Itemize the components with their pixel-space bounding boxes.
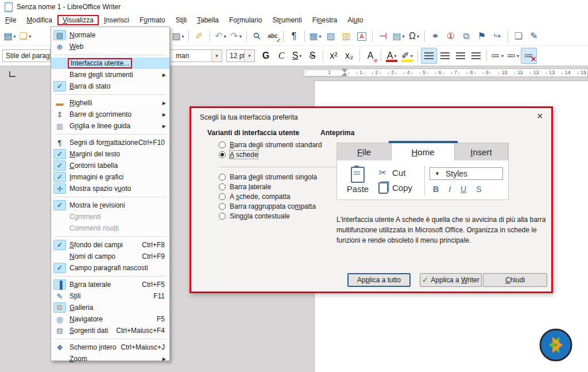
menu-item-righelli[interactable]: ▬Righelli▶: [51, 97, 169, 109]
dialog-button-applica-a-tutto[interactable]: Applica a tutto: [347, 273, 411, 287]
insert-field-button[interactable]: ▤▾: [391, 29, 406, 44]
menu-item-contorni-tabella[interactable]: ✓Contorni tabella: [51, 160, 169, 171]
menubar-item-stili[interactable]: Stili: [171, 15, 192, 25]
menu-item-galleria[interactable]: ⧉Galleria: [51, 302, 169, 313]
menu-item-sfondo-dei-campi[interactable]: ✓Sfondo dei campiCtrl+F8: [51, 239, 169, 251]
menubar-item-inserisci[interactable]: Inserisci: [99, 15, 134, 25]
radio-option-barra-raggruppata-compatta[interactable]: Barra raggruppata compatta: [219, 202, 316, 210]
font-size-dropdown-icon[interactable]: ▾: [244, 50, 254, 62]
insert-text-box-button[interactable]: A: [354, 29, 369, 44]
menu-item-margini-del-testo[interactable]: ✓Margini del testo: [51, 148, 169, 160]
menubar-item-finestra[interactable]: Finestra: [307, 15, 342, 25]
horizontal-ruler[interactable]: 1123456789101112131415: [303, 68, 588, 77]
clear-formatting-button[interactable]: A: [363, 48, 378, 63]
radio-button[interactable]: [219, 193, 226, 200]
radio-button[interactable]: [219, 183, 226, 190]
underline-dropdown-icon[interactable]: ▾: [299, 53, 301, 59]
track-changes-button[interactable]: ✎: [527, 29, 541, 44]
radio-option-barra-degli-strumenti-standard[interactable]: Barra degli strumenti standard: [219, 140, 322, 149]
ordered-list-button[interactable]: ≕▾: [505, 48, 520, 63]
menu-item-nomi-di-campo[interactable]: Nomi di campoCtrl+F9: [51, 251, 169, 262]
open-file-dropdown-icon[interactable]: ▾: [29, 34, 31, 39]
radio-button[interactable]: [219, 203, 226, 210]
menubar-item-tabella[interactable]: Tabella: [192, 15, 224, 25]
radio-option-barra-laterale[interactable]: Barra laterale: [219, 182, 271, 191]
find-and-replace-button[interactable]: ⚲: [250, 29, 265, 44]
paragraph-style-combo[interactable]: Stile del paragraf: [2, 49, 51, 62]
menubar-item-modifica[interactable]: Modifica: [21, 15, 57, 25]
menu-item-normale[interactable]: ▤Normale: [51, 29, 169, 41]
font-size-combo[interactable]: 12 pt ▾: [226, 49, 255, 62]
menu-item-mostra-le-revisioni[interactable]: ✓Mostra le revisioni: [51, 200, 169, 211]
new-document-button[interactable]: ▤▾: [2, 29, 17, 44]
align-right-button[interactable]: [453, 48, 468, 63]
insert-special-character-button[interactable]: Ω▾: [407, 29, 421, 44]
menu-item-barra-laterale[interactable]: ▐Barra lateraleCtrl+F5: [51, 279, 169, 290]
insert-table-dropdown-icon[interactable]: ▾: [319, 34, 322, 39]
font-color-button[interactable]: A▾: [384, 48, 399, 63]
insert-field-dropdown-icon[interactable]: ▾: [403, 34, 405, 39]
insert-comment-button[interactable]: ❏: [511, 29, 526, 44]
align-center-button[interactable]: [438, 48, 452, 63]
menubar-item-visualizza[interactable]: Visualizza: [57, 15, 99, 25]
menu-item-segni-di-formattazione[interactable]: ¶Segni di formattazioneCtrl+F10: [51, 137, 169, 148]
font-color-dropdown-icon[interactable]: ▾: [394, 53, 396, 59]
highlighting-color-dropdown-icon[interactable]: ▾: [411, 53, 413, 59]
insert-special-character-dropdown-icon[interactable]: ▾: [417, 34, 419, 39]
ordered-list-dropdown-icon[interactable]: ▾: [517, 53, 519, 59]
formatting-marks-button[interactable]: ¶: [287, 29, 301, 44]
menu-item-stili[interactable]: ✎StiliF11: [51, 290, 169, 302]
bold-button[interactable]: G: [258, 48, 273, 63]
radio-option-a-schede[interactable]: A schede: [219, 150, 258, 159]
menu-item-schermo-intero[interactable]: ❖Schermo interoCtrl+Maiusc+J: [51, 342, 169, 353]
dialog-button-applica-a-writer[interactable]: ✓Applica a Writer: [420, 273, 482, 287]
insert-chart-button[interactable]: ▥: [339, 29, 354, 44]
radio-option-barra-degli-strumenti-singola[interactable]: Barra degli strumenti singola: [219, 172, 317, 181]
radio-button[interactable]: [219, 174, 226, 181]
insert-bookmark-button[interactable]: ⚑: [474, 29, 489, 44]
unordered-list-button[interactable]: ≔▾: [490, 48, 505, 63]
redo-button[interactable]: ↷▾: [229, 29, 243, 44]
paste-button[interactable]: ▨▾: [171, 29, 185, 44]
undo-dropdown-icon[interactable]: ▾: [224, 34, 226, 39]
menu-item-campo-paragrafi-nascosti[interactable]: ✓Campo paragrafi nascosti: [51, 262, 169, 274]
menu-item-web[interactable]: ⊕Web: [51, 41, 169, 52]
menu-item-interfaccia-utente[interactable]: Interfaccia utente...: [51, 57, 169, 69]
menu-item-zoom[interactable]: Zoom▶: [51, 353, 169, 365]
strikethrough-button[interactable]: S: [305, 48, 320, 63]
insert-cross-reference-button[interactable]: ↪: [490, 29, 505, 44]
align-left-button[interactable]: [421, 48, 437, 64]
insert-page-break-button[interactable]: ⊣: [376, 29, 390, 44]
menubar-item-formato[interactable]: Formato: [134, 15, 171, 25]
open-file-button[interactable]: ❏▾: [18, 29, 33, 44]
italic-button[interactable]: C: [274, 48, 289, 63]
clone-formatting-button[interactable]: ✐: [192, 29, 207, 44]
insert-image-button[interactable]: ▧: [323, 29, 338, 44]
menubar-item-formulario[interactable]: Formulario: [224, 15, 267, 25]
menu-item-mostra-spazio-vuoto[interactable]: ✛Mostra spazio vuoto: [51, 183, 169, 194]
menu-item-immagini-e-grafici[interactable]: ✓Immagini e grafici: [51, 171, 169, 183]
menubar-item-aiuto[interactable]: Aiuto: [342, 15, 368, 25]
highlighting-color-button[interactable]: ✐▾: [400, 48, 415, 63]
spell-check-button[interactable]: abc✓: [265, 29, 280, 44]
insert-table-button[interactable]: ▦▾: [308, 29, 323, 44]
dialog-button-chiudi[interactable]: Chiudi: [483, 273, 547, 287]
superscript-button[interactable]: x²: [326, 48, 341, 63]
subscript-button[interactable]: x₂: [342, 48, 357, 63]
menu-item-sorgenti-dati[interactable]: ⊟Sorgenti datiCtrl+Maiusc+F4: [51, 325, 169, 336]
menu-item-barra-di-stato[interactable]: ✓Barra di stato: [51, 80, 169, 92]
insert-footnote-button[interactable]: ①: [443, 29, 458, 44]
undo-button[interactable]: ↶▾: [213, 29, 228, 44]
underline-button[interactable]: S▾: [289, 48, 304, 63]
radio-button[interactable]: [219, 213, 226, 220]
new-document-dropdown-icon[interactable]: ▾: [14, 34, 16, 39]
menu-item-griglia-e-linee-guida[interactable]: ▦Griglia e linee guida▶: [51, 120, 169, 132]
radio-option-a-schede-compatta[interactable]: A schede, compatta: [219, 192, 290, 201]
redo-dropdown-icon[interactable]: ▾: [239, 34, 242, 39]
menu-item-barre-di-scorrimento[interactable]: ⇕Barre di scorrimento▶: [51, 109, 169, 120]
justified-button[interactable]: [469, 48, 483, 63]
menu-item-barre-degli-strumenti[interactable]: Barre degli strumenti▶: [51, 69, 169, 80]
no-list-button[interactable]: ≔✕: [521, 48, 537, 64]
menu-item-navigatore[interactable]: ◎NavigatoreF5: [51, 313, 169, 325]
radio-option-singola-contestuale[interactable]: Singola contestuale: [219, 212, 290, 220]
